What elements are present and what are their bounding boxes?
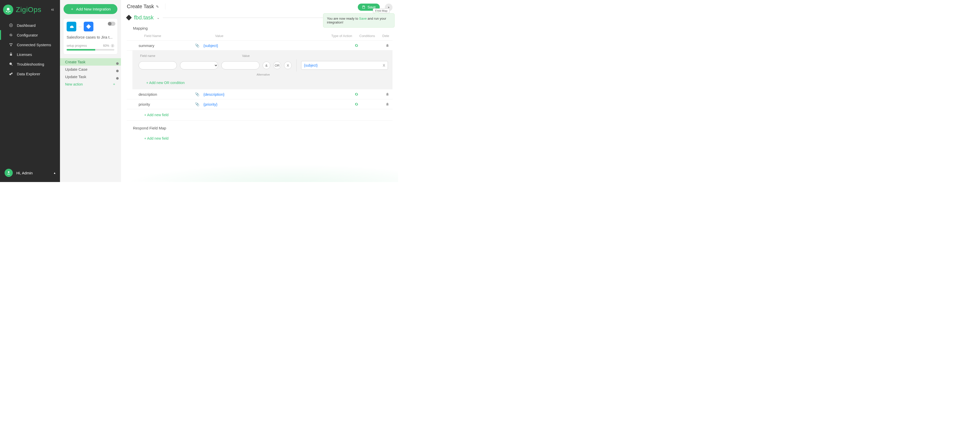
col-cond: Conditions — [360, 34, 382, 38]
nav-label: Data Explorer — [17, 72, 40, 76]
key-icon — [9, 72, 13, 76]
salesforce-icon — [67, 22, 76, 32]
tooltip-save-link[interactable]: Save — [359, 17, 367, 21]
nav-data-explorer[interactable]: Data Explorer — [0, 69, 60, 79]
add-integration-button[interactable]: ＋ Add New Integration — [64, 4, 118, 14]
info-icon[interactable]: i — [111, 44, 115, 48]
actions-list: Create Task Update Case Update Task New … — [60, 58, 121, 88]
row-settings[interactable] — [354, 92, 382, 97]
row-delete[interactable] — [382, 43, 393, 48]
field-name: priority — [138, 102, 150, 107]
condition-editor: Field name Value & OR X {subject} X Alte… — [132, 51, 393, 89]
svg-line-11 — [11, 65, 13, 65]
logo-icon — [3, 5, 13, 15]
collapse-sidebar-button[interactable] — [49, 6, 56, 13]
nav-connected-systems[interactable]: Connected Systems — [0, 40, 60, 49]
sidebar: ZigiOps Dashboard Configurator Connected… — [0, 0, 60, 182]
field-value[interactable]: {description} — [204, 92, 354, 97]
field-name: summary — [138, 43, 154, 48]
row-delete[interactable] — [382, 92, 393, 96]
edit-title-icon[interactable]: ✎ — [156, 5, 159, 9]
field-value[interactable]: {priority} — [204, 102, 354, 107]
nav-configurator[interactable]: Configurator — [0, 30, 60, 40]
diamond-icon — [126, 15, 132, 21]
add-or-condition[interactable]: + Add new OR condition — [138, 76, 388, 87]
nav-label: Dashboard — [17, 23, 35, 27]
nav: Dashboard Configurator Connected Systems… — [0, 21, 60, 79]
user-greeting: Hi, Admin — [16, 171, 33, 175]
systems-icon — [9, 42, 13, 47]
col-type: Type of Action — [331, 34, 360, 38]
svg-rect-6 — [10, 43, 11, 45]
progress-label: setup progress — [67, 44, 87, 48]
nav-dashboard[interactable]: Dashboard — [0, 21, 60, 30]
mapped-value-box[interactable]: {subject} X — [301, 61, 388, 70]
new-action-label: New action — [65, 82, 83, 86]
svg-point-1 — [6, 11, 7, 12]
svg-point-12 — [10, 73, 11, 75]
main: Create Task ✎ Save Field Map You are now… — [121, 0, 398, 182]
row-settings[interactable] — [354, 43, 382, 48]
link-icon[interactable]: 📎 — [195, 102, 199, 106]
plus-icon: ＋ — [112, 82, 116, 86]
action-label: Create Task — [65, 60, 86, 64]
x-chip[interactable]: X — [284, 62, 292, 69]
svg-point-5 — [11, 25, 11, 26]
integration-toggle[interactable] — [108, 22, 115, 26]
logo-row: ZigiOps — [0, 0, 60, 18]
field-name: description — [138, 92, 157, 97]
action-update-task[interactable]: Update Task — [60, 73, 121, 80]
action-label: Update Task — [65, 75, 86, 79]
condition-value-input[interactable] — [221, 61, 259, 69]
nav-licenses[interactable]: Licenses — [0, 49, 60, 59]
add-new-field[interactable]: + Add new field — [127, 109, 393, 121]
condition-operator-select[interactable] — [180, 61, 218, 69]
systems-row: ‹ › — [67, 22, 115, 32]
col-value: Value — [215, 34, 331, 38]
or-chip[interactable]: OR — [273, 62, 281, 69]
mapping-row-summary[interactable]: summary 📎 {subject} — [127, 41, 393, 51]
svg-rect-14 — [363, 6, 364, 6]
link-icon[interactable]: 📎 — [195, 43, 199, 48]
new-action-button[interactable]: New action ＋ — [60, 80, 121, 88]
link-icon[interactable]: 📎 — [195, 92, 199, 96]
condition-field-input[interactable] — [138, 61, 177, 69]
editor-field-label: Field name — [140, 54, 155, 58]
section-title: fbd.task — [134, 14, 154, 21]
action-create-task[interactable]: Create Task — [60, 58, 121, 65]
svg-rect-7 — [11, 43, 12, 45]
gauge-icon — [9, 23, 13, 27]
progress-bar — [67, 49, 115, 51]
nav-troubleshooting[interactable]: Troubleshooting — [0, 59, 60, 69]
editor-value-label: Value — [242, 54, 250, 58]
plus-icon: ＋ — [70, 6, 74, 11]
row-delete[interactable] — [382, 102, 393, 106]
col-del: Dele — [382, 34, 393, 38]
chevron-down-icon[interactable]: ⌄ — [157, 16, 160, 20]
mapped-value-text: {subject} — [304, 63, 318, 67]
jira-icon — [84, 22, 94, 32]
add-new-field-respond[interactable]: + Add new field — [127, 133, 393, 144]
columns-header: Field Name Value Type of Action Conditio… — [127, 33, 393, 41]
svg-point-2 — [8, 11, 9, 13]
nav-label: Troubleshooting — [17, 62, 44, 66]
sidebar-footer[interactable]: Hi, Admin ▴ — [0, 165, 60, 182]
action-update-case[interactable]: Update Case — [60, 65, 121, 73]
integration-card[interactable]: ‹ › Salesforce cases to Jira t... setup … — [64, 19, 118, 54]
field-value[interactable]: {subject} — [204, 43, 354, 48]
save-tooltip: Field Map You are now ready to Save and … — [323, 13, 395, 27]
and-chip[interactable]: & — [262, 62, 270, 69]
clear-value-icon[interactable]: X — [383, 63, 385, 67]
main-header: Create Task ✎ Save — [121, 0, 398, 13]
action-label: Update Case — [65, 67, 88, 72]
nav-label: Configurator — [17, 33, 38, 37]
lock-icon — [9, 52, 13, 57]
mapping-row-priority[interactable]: priority 📎 {priority} — [127, 99, 393, 109]
nav-label: Licenses — [17, 53, 32, 57]
mapping-row-description[interactable]: description 📎 {description} — [127, 89, 393, 99]
row-settings[interactable] — [354, 102, 382, 107]
tooltip-text-pre: You are now ready to — [327, 17, 359, 21]
progress-row: setup progress 60% i — [67, 44, 115, 48]
progress-value: 60% — [103, 44, 109, 48]
integration-panel: ＋ Add New Integration ‹ › Salesforce cas… — [60, 0, 121, 182]
